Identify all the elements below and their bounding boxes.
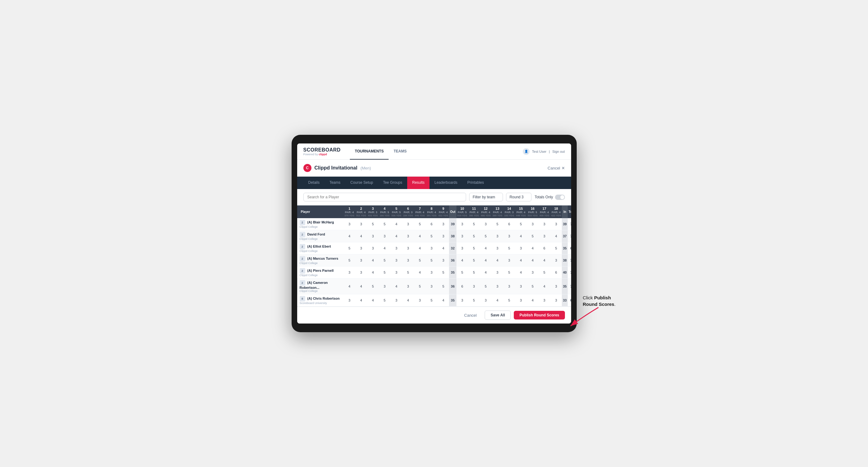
hole-16-score[interactable]: 5 (527, 230, 538, 242)
hole-16-score[interactable]: 4 (527, 242, 538, 254)
hole-6-score[interactable]: 5 (402, 267, 414, 279)
hole-9-score[interactable]: 5 (438, 279, 450, 294)
hole-2-score[interactable]: 3 (355, 254, 367, 267)
hole-14-score[interactable]: 3 (503, 279, 515, 294)
hole-2-score[interactable]: 4 (355, 279, 367, 294)
hole-13-score[interactable]: 4 (492, 254, 503, 267)
hole-2-score[interactable]: 4 (355, 294, 367, 307)
header-cancel-button[interactable]: Cancel ✕ (548, 166, 565, 170)
tab-tee-groups[interactable]: Tee Groups (378, 177, 407, 189)
hole-2-score[interactable]: 3 (355, 267, 367, 279)
hole-8-score[interactable]: 3 (426, 279, 438, 294)
hole-1-score[interactable]: 3 (344, 218, 355, 230)
hole-3-score[interactable]: 3 (367, 242, 379, 254)
hole-9-score[interactable]: 3 (438, 218, 450, 230)
hole-16-score[interactable]: 3 (527, 267, 538, 279)
hole-14-score[interactable]: 5 (503, 242, 515, 254)
hole-6-score[interactable]: 3 (402, 230, 414, 242)
hole-1-score[interactable]: 4 (344, 279, 355, 294)
hole-17-score[interactable]: 3 (538, 230, 550, 242)
hole-3-score[interactable]: 4 (367, 267, 379, 279)
hole-4-score[interactable]: 3 (379, 230, 391, 242)
hole-13-score[interactable]: 3 (492, 230, 503, 242)
hole-18-score[interactable]: 3 (550, 279, 562, 294)
hole-7-score[interactable]: 3 (414, 294, 426, 307)
hole-11-score[interactable]: 5 (468, 267, 480, 279)
hole-10-score[interactable]: 3 (457, 242, 468, 254)
hole-10-score[interactable]: 5 (457, 267, 468, 279)
hole-16-score[interactable]: 4 (527, 254, 538, 267)
hole-15-score[interactable]: 4 (515, 230, 527, 242)
hole-14-score[interactable]: 3 (503, 230, 515, 242)
hole-15-score[interactable]: 3 (515, 279, 527, 294)
hole-7-score[interactable]: 5 (414, 218, 426, 230)
hole-18-score[interactable]: 5 (550, 242, 562, 254)
hole-4-score[interactable]: 5 (379, 267, 391, 279)
hole-4-score[interactable]: 3 (379, 279, 391, 294)
hole-13-score[interactable]: 3 (492, 279, 503, 294)
hole-1-score[interactable]: 3 (344, 267, 355, 279)
hole-15-score[interactable]: 4 (515, 267, 527, 279)
hole-12-score[interactable]: 3 (480, 218, 492, 230)
hole-12-score[interactable]: 5 (480, 230, 492, 242)
hole-15-score[interactable]: 3 (515, 294, 527, 307)
hole-16-score[interactable]: 4 (527, 294, 538, 307)
hole-3-score[interactable]: 4 (367, 254, 379, 267)
hole-13-score[interactable]: 4 (492, 294, 503, 307)
footer-cancel-button[interactable]: Cancel (459, 311, 482, 320)
hole-5-score[interactable]: 4 (391, 218, 402, 230)
hole-4-score[interactable]: 5 (379, 254, 391, 267)
tab-course-setup[interactable]: Course Setup (345, 177, 378, 189)
hole-4-score[interactable]: 5 (379, 294, 391, 307)
hole-6-score[interactable]: 3 (402, 279, 414, 294)
hole-14-score[interactable]: 3 (503, 254, 515, 267)
hole-9-score[interactable]: 4 (438, 242, 450, 254)
hole-2-score[interactable]: 3 (355, 218, 367, 230)
hole-8-score[interactable]: 5 (426, 254, 438, 267)
hole-13-score[interactable]: 3 (492, 267, 503, 279)
hole-6-score[interactable]: 3 (402, 218, 414, 230)
tab-teams[interactable]: Teams (324, 177, 345, 189)
hole-18-score[interactable]: 3 (550, 218, 562, 230)
hole-16-score[interactable]: 5 (527, 279, 538, 294)
hole-9-score[interactable]: 3 (438, 254, 450, 267)
hole-18-score[interactable]: 3 (550, 294, 562, 307)
hole-15-score[interactable]: 3 (515, 242, 527, 254)
hole-12-score[interactable]: 4 (480, 242, 492, 254)
totals-only-toggle[interactable]: Totals Only (534, 195, 565, 200)
hole-18-score[interactable]: 3 (550, 254, 562, 267)
tab-printables[interactable]: Printables (462, 177, 489, 189)
hole-7-score[interactable]: 4 (414, 267, 426, 279)
tab-results[interactable]: Results (407, 177, 430, 189)
hole-11-score[interactable]: 5 (468, 230, 480, 242)
hole-17-score[interactable]: 6 (538, 242, 550, 254)
hole-7-score[interactable]: 5 (414, 254, 426, 267)
hole-5-score[interactable]: 3 (391, 254, 402, 267)
hole-11-score[interactable]: 5 (468, 218, 480, 230)
hole-5-score[interactable]: 3 (391, 242, 402, 254)
hole-3-score[interactable]: 5 (367, 218, 379, 230)
hole-13-score[interactable]: 5 (492, 218, 503, 230)
hole-10-score[interactable]: 3 (457, 294, 468, 307)
hole-8-score[interactable]: 3 (426, 267, 438, 279)
hole-8-score[interactable]: 5 (426, 230, 438, 242)
hole-9-score[interactable]: 3 (438, 230, 450, 242)
hole-17-score[interactable]: 3 (538, 218, 550, 230)
hole-1-score[interactable]: 4 (344, 230, 355, 242)
hole-11-score[interactable]: 5 (468, 294, 480, 307)
hole-17-score[interactable]: 5 (538, 267, 550, 279)
hole-3-score[interactable]: 4 (367, 294, 379, 307)
hole-15-score[interactable]: 5 (515, 218, 527, 230)
hole-12-score[interactable]: 5 (480, 279, 492, 294)
hole-11-score[interactable]: 3 (468, 279, 480, 294)
sign-out-link[interactable]: Sign out (552, 150, 565, 153)
hole-1-score[interactable]: 5 (344, 254, 355, 267)
hole-2-score[interactable]: 3 (355, 242, 367, 254)
hole-17-score[interactable]: 4 (538, 279, 550, 294)
hole-1-score[interactable]: 3 (344, 294, 355, 307)
hole-5-score[interactable]: 3 (391, 294, 402, 307)
nav-tournaments[interactable]: TOURNAMENTS (350, 144, 389, 160)
hole-8-score[interactable]: 6 (426, 218, 438, 230)
hole-11-score[interactable]: 5 (468, 254, 480, 267)
toggle-switch[interactable] (555, 195, 565, 200)
